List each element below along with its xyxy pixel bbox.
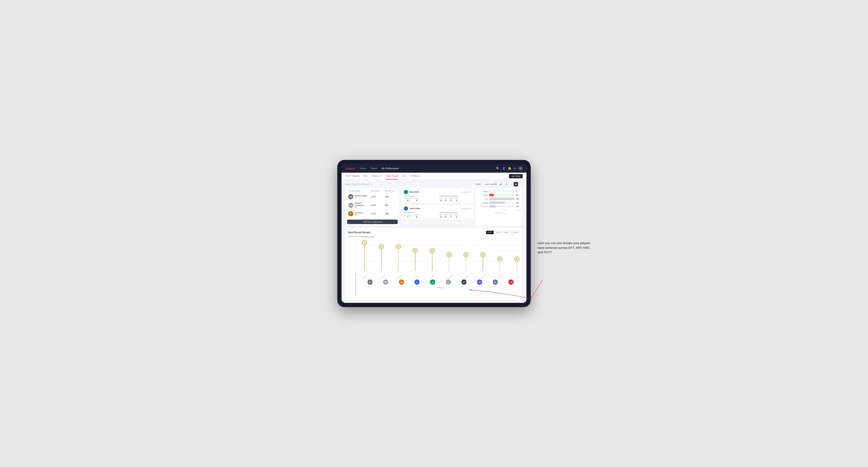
x-label: R. Britt <box>431 275 435 279</box>
show-label: Show <box>476 183 481 185</box>
pb-score: 19/20 <box>371 195 385 198</box>
nav-teams[interactable]: Teams <box>370 167 377 170</box>
streak-badge: 4x <box>464 252 469 257</box>
player-name: Richard Butler <box>354 195 367 197</box>
card-player-name: Rees Britt <box>409 191 419 193</box>
pb-score: 18/20 <box>371 204 385 206</box>
avatar: EC 2 <box>348 203 353 208</box>
view-leaderboard-button[interactable]: View Full Leaderboard <box>347 220 398 224</box>
nav-icons: 🔍 👤 🔔 ⊕ U <box>496 166 523 170</box>
filter-select[interactable]: Last 3 months <box>482 182 503 186</box>
bar-pars: Pars 499 <box>477 198 521 200</box>
practice-row: OTT 0 APP 0 ARG <box>439 214 471 218</box>
streak-badge: 6x <box>396 244 401 249</box>
col-player-name: PLAYER NAME <box>348 190 371 192</box>
tab-app[interactable]: APP <box>494 231 502 234</box>
practice-title: Total Practice Activities <box>439 195 471 197</box>
list-view-btn[interactable]: ≡ <box>509 182 513 186</box>
card-header-left: Rees Britt <box>404 190 419 194</box>
player-card: Josh Coles 26 Aug 2023 Total Rounds Tour <box>401 205 474 220</box>
streak-badge: 6x <box>379 244 384 249</box>
streak-line <box>415 251 415 271</box>
bar-track <box>489 198 515 200</box>
edit-icon[interactable]: ✏ <box>371 183 373 185</box>
bar-fill <box>489 194 494 196</box>
logo: clippd <box>345 167 355 170</box>
bar-birdies: Birdies 96 <box>477 194 521 196</box>
tab-putt[interactable]: PUTT <box>511 231 520 234</box>
search-icon[interactable]: 🔍 <box>496 167 500 170</box>
arg-stat: ARG 0 <box>450 214 453 218</box>
putt-stat: PUTT 1 <box>455 214 459 218</box>
rounds-row: Tournament 7 Practice 2 <box>404 214 436 218</box>
card-date: 02 Sep 2023 <box>461 191 471 193</box>
lollipop-chart: Best Streak, Fairway Accuracy 7 6 5 4 3 <box>348 241 520 298</box>
streak-badge: 3x <box>514 256 519 261</box>
arrow-2 <box>531 280 542 299</box>
tab-pgat-players[interactable]: PGAT Players <box>345 173 359 180</box>
pb-score: 17/20 <box>371 213 385 215</box>
bar-track <box>489 190 515 192</box>
avatar-row: EEBMDBJCRBECBFMMRBCQ <box>361 280 520 285</box>
tab-ott[interactable]: OTT <box>486 231 494 234</box>
pb-avg: 107 <box>385 204 397 206</box>
user-icon[interactable]: 👤 <box>502 167 505 170</box>
player-info: RB 1 Richard Butler 🏅 <box>348 194 371 199</box>
practice-stat: Practice 4 <box>414 198 419 201</box>
card-view-btn[interactable]: ▦ <box>514 182 518 186</box>
nav-home[interactable]: Home <box>360 167 366 170</box>
x-label: B. Ford <box>464 275 469 279</box>
player-name: Cameron... <box>354 212 365 214</box>
tab-team-clippd[interactable]: Team Clippd <box>385 173 398 180</box>
player-avatar: DB <box>399 280 404 285</box>
table-row[interactable]: C 3 Cameron... 🥉 17/20 103 <box>347 210 398 218</box>
ott-stat: OTT 0 <box>439 214 442 218</box>
bar-chart-footer: Total Shots <box>477 212 521 214</box>
bar-chart-panel: Eagles 3 Birdies 96 <box>475 188 523 226</box>
main-content: Team Clippd | 14 Players ✏ Show Last 3 m… <box>342 180 526 303</box>
team-title: Team Clippd | 14 Players <box>345 183 369 185</box>
tab-pga[interactable]: PGA <box>363 173 368 180</box>
col-pb-avg: PB AVG SQ <box>385 190 397 192</box>
sub-nav-links: PGAT Players PGA Hcaps 1-5 Team Clippd T… <box>345 173 421 180</box>
tab-arg[interactable]: ARG <box>503 231 510 234</box>
table-row[interactable]: EC 2 Edward Crossman 🥈 18/20 107 <box>347 201 398 210</box>
annotation-text: Here you can see streaks your players ha… <box>538 241 594 255</box>
streak-badge: 3x <box>497 256 502 261</box>
x-label: M. Miller <box>481 275 486 280</box>
practice-title: Total Practice Activities <box>439 212 471 214</box>
table-row[interactable]: RB 1 Richard Butler 🏅 19/20 110 <box>347 193 398 201</box>
streak-line <box>398 247 399 271</box>
player-info: C 3 Cameron... 🥉 <box>348 211 371 216</box>
target-icon[interactable]: ⊕ <box>514 167 516 170</box>
more-view-btn[interactable]: ⋮ <box>519 182 523 186</box>
team-header: Team Clippd | 14 Players ✏ Show Last 3 m… <box>345 182 523 186</box>
pb-avg: 103 <box>385 213 397 215</box>
bar-track <box>489 201 515 204</box>
y-labels: 7 6 5 4 3 2 1 0 <box>355 241 356 271</box>
tab-hcaps[interactable]: Hcaps 1-5 <box>371 173 382 180</box>
bar-bogeys: Bogeys 311 <box>477 201 521 204</box>
tournament-stat: Tournament 7 <box>404 214 412 218</box>
x-label: J. Coles <box>413 275 418 280</box>
add-team-button[interactable]: Add Team <box>509 174 523 178</box>
nav-my-performance[interactable]: My Performance <box>381 167 399 170</box>
avatar-icon[interactable]: U <box>519 166 523 170</box>
card-avatar <box>404 206 408 211</box>
rounds-row: Tournament 8 Practice 4 <box>404 198 436 201</box>
practice-row: OTT 0 APP 0 ARG <box>439 198 471 201</box>
player-card: Rees Britt 02 Sep 2023 Total Rounds Tour <box>401 188 474 203</box>
bell-icon[interactable]: 🔔 <box>508 167 512 170</box>
rank-badge: 3 <box>351 214 353 216</box>
tab-all-players[interactable]: All Players <box>410 173 421 180</box>
card-header: Rees Britt 02 Sep 2023 <box>404 190 471 194</box>
three-column-layout: PLAYER NAME PB SCORE PB AVG SQ RB 1 <box>345 188 523 226</box>
tab-tour[interactable]: Tour <box>402 173 406 180</box>
player-avatar: BM <box>383 280 388 285</box>
player-info: EC 2 Edward Crossman 🥈 <box>348 202 371 209</box>
streak-badge: 4x <box>480 252 486 257</box>
rounds-group: Total Rounds Tournament 8 Practice <box>404 195 436 201</box>
lb-header: PLAYER NAME PB SCORE PB AVG SQ <box>347 190 398 193</box>
arg-stat: ARG 0 <box>450 198 453 201</box>
grid-view-btn[interactable]: ⊞ <box>504 182 508 186</box>
